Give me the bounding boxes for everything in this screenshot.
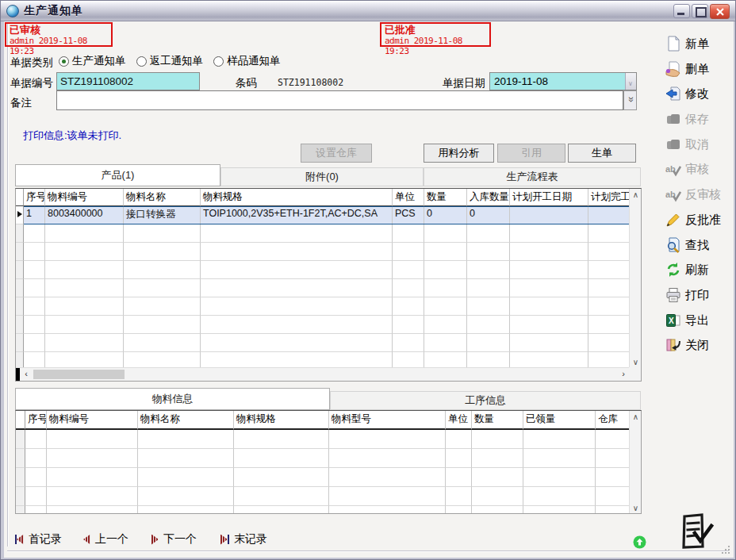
- sidebar-button-close-exit[interactable]: 关闭: [665, 336, 709, 355]
- scroll-up-icon[interactable]: [630, 411, 642, 424]
- minimize-button[interactable]: [673, 4, 690, 18]
- column-header: 单位: [446, 411, 472, 430]
- sidebar-button-label: 关闭: [685, 338, 709, 353]
- product-tab-2[interactable]: 附件(0): [220, 167, 424, 186]
- empty-cell: [45, 261, 124, 279]
- radio-icon[interactable]: [59, 56, 69, 67]
- doc-type-option-1[interactable]: 生产通知单: [59, 54, 126, 68]
- doc-date-select[interactable]: 2019-11-08: [489, 72, 637, 90]
- empty-cell: [424, 243, 467, 261]
- doc-no-input[interactable]: [56, 72, 200, 90]
- product-grid: 序号物料编号物料名称物料规格单位数量入库数量计划开工日期计划完工日期180034…: [15, 188, 642, 382]
- sidebar-button-new-doc[interactable]: 新单: [665, 34, 709, 53]
- table-row[interactable]: 18003400000接口转换器TOIP1000,2V35+ETH-1F2T,A…: [16, 206, 631, 224]
- scroll-up-icon[interactable]: [630, 189, 642, 201]
- panel-groove-bottom: [7, 550, 729, 551]
- resize-grip[interactable]: [722, 546, 730, 554]
- empty-row: [16, 449, 631, 468]
- product-tab-1[interactable]: 产品(1): [15, 164, 220, 186]
- remark-label: 备注: [10, 96, 32, 110]
- status-green-icon[interactable]: [633, 535, 646, 549]
- empty-cell: [124, 316, 201, 334]
- empty-cell: [201, 279, 393, 297]
- row-indicator-header: [16, 189, 24, 206]
- scrollbar-thumb[interactable]: [33, 370, 125, 379]
- empty-cell: [25, 487, 47, 506]
- action-button-4[interactable]: 生单: [568, 144, 636, 163]
- sidebar-button-label: 打印: [685, 288, 709, 303]
- vertical-scrollbar[interactable]: [629, 411, 641, 514]
- scroll-right-icon[interactable]: [618, 368, 629, 381]
- audit-icon: ab: [665, 161, 681, 177]
- sidebar-button-unapprove-pencil[interactable]: 反批准: [665, 210, 721, 229]
- column-header: 仓库: [596, 411, 631, 430]
- sidebar-button-search[interactable]: 查找: [665, 236, 709, 255]
- unaudit-icon: ab: [665, 186, 681, 202]
- table-cell: PCS: [393, 206, 424, 224]
- empty-cell: [24, 243, 45, 261]
- remark-expand-button[interactable]: [623, 90, 637, 110]
- table-cell: [510, 206, 588, 224]
- last-record-icon: [220, 535, 229, 545]
- grid-header-row: 序号物料编号物料名称物料规格物料型号单位数量已领量仓库: [16, 411, 631, 430]
- column-header: 物料规格: [201, 189, 393, 206]
- nav-first-record-button[interactable]: 首记录: [15, 531, 62, 548]
- row-indicator-header: [16, 411, 25, 430]
- empty-cell: [588, 224, 631, 243]
- empty-cell: [234, 430, 329, 449]
- maximize-button[interactable]: [692, 4, 708, 18]
- sidebar-button-export-excel[interactable]: X导出: [665, 311, 709, 330]
- empty-cell: [201, 243, 393, 261]
- action-button-2[interactable]: 用料分析: [424, 144, 494, 163]
- column-header: 已领量: [523, 411, 596, 430]
- nav-prev-record-button[interactable]: 上一个: [83, 531, 128, 548]
- detail-tab-2[interactable]: 工序信息: [330, 391, 641, 410]
- empty-cell: [124, 261, 201, 279]
- empty-cell: [467, 297, 510, 316]
- empty-cell: [393, 297, 424, 316]
- sidebar-button-refresh[interactable]: 刷新: [665, 260, 709, 279]
- chevron-down-icon[interactable]: [625, 73, 636, 90]
- empty-cell: [201, 316, 393, 334]
- sidebar-button-delete-doc[interactable]: 删单: [665, 59, 709, 79]
- refresh-icon: [665, 262, 681, 278]
- nav-next-record-button[interactable]: 下一个: [151, 531, 197, 548]
- doc-type-option-label: 生产通知单: [72, 54, 126, 68]
- empty-cell: [446, 468, 472, 487]
- sidebar-button-label: 反批准: [685, 213, 721, 228]
- grid-header-row: 序号物料编号物料名称物料规格单位数量入库数量计划开工日期计划完工日期: [16, 189, 631, 206]
- empty-row: [16, 430, 631, 449]
- doc-date-label: 单据日期: [443, 76, 485, 90]
- sidebar-button-print[interactable]: 打印: [665, 286, 709, 305]
- app-globe-icon: [6, 5, 19, 17]
- sidebar-button-label: 导出: [685, 313, 709, 328]
- empty-cell: [472, 506, 523, 514]
- nav-button-label: 上一个: [95, 532, 128, 547]
- radio-icon[interactable]: [136, 56, 147, 67]
- radio-icon[interactable]: [213, 56, 224, 67]
- detail-tab-1[interactable]: 物料信息: [15, 388, 330, 410]
- empty-cell: [424, 316, 467, 334]
- nav-last-record-button[interactable]: 末记录: [220, 531, 267, 548]
- doc-type-option-2[interactable]: 返工通知单: [136, 54, 204, 68]
- horizontal-scrollbar[interactable]: [16, 367, 631, 381]
- product-tab-3[interactable]: 生产流程表: [424, 167, 641, 186]
- vertical-scrollbar[interactable]: [629, 189, 641, 369]
- table-cell: 8003400000: [45, 206, 124, 224]
- remark-input[interactable]: [56, 90, 623, 110]
- close-button[interactable]: [710, 4, 730, 19]
- doc-date-value: 2019-11-08: [494, 75, 548, 87]
- table-cell: 1: [24, 206, 45, 224]
- empty-cell: [523, 487, 596, 506]
- empty-cell: [234, 487, 329, 506]
- titlebar[interactable]: 生产通知单: [1, 1, 735, 21]
- product-grid-rows: 序号物料编号物料名称物料规格单位数量入库数量计划开工日期计划完工日期180034…: [16, 189, 631, 369]
- scroll-down-icon[interactable]: [630, 502, 642, 514]
- doc-type-option-3[interactable]: 样品通知单: [213, 54, 281, 68]
- cancel-icon: [665, 136, 681, 152]
- action-button-3: 引用: [497, 144, 565, 163]
- nav-button-label: 首记录: [29, 532, 62, 547]
- sidebar-button-edit-doc[interactable]: 修改: [665, 84, 709, 103]
- scroll-left-icon[interactable]: [21, 368, 32, 381]
- empty-cell: [138, 449, 234, 468]
